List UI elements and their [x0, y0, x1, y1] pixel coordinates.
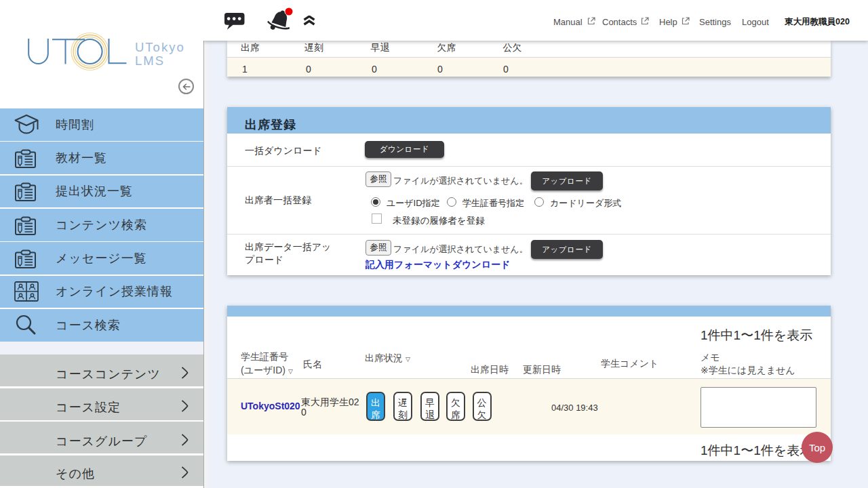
svg-text:UTokyo: UTokyo [135, 40, 185, 54]
svg-text:LMS: LMS [135, 54, 165, 68]
